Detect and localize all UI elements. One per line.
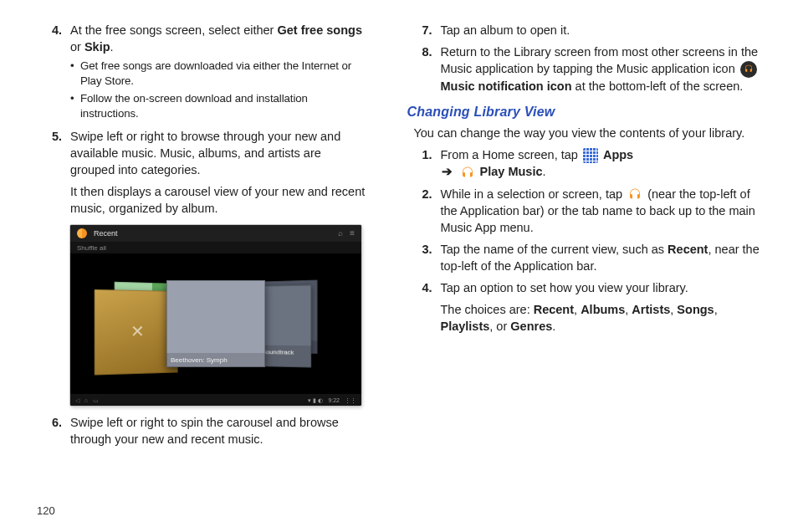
- step-number: 4.: [37, 22, 70, 123]
- step-number: 3.: [407, 241, 440, 274]
- bold: Apps: [603, 148, 633, 161]
- step-number: 2.: [407, 186, 440, 236]
- text: at the bottom-left of the screen.: [575, 79, 744, 93]
- step-number: 8.: [407, 43, 440, 95]
- text: It then displays a carousel view of your…: [70, 183, 368, 217]
- step-number: 6.: [37, 414, 70, 448]
- headphones-icon: [77, 228, 87, 238]
- clv-step-3: 3. Tap the name of the current view, suc…: [407, 241, 766, 274]
- bullet: Get free songs are downloaded via either…: [80, 59, 368, 90]
- section-heading: Changing Library View: [407, 103, 766, 121]
- album-tile-front: Beethoven: Symph: [166, 280, 265, 367]
- step-5: 5. Swipe left or right to browse through…: [37, 128, 368, 217]
- text: At the free songs screen, select either: [70, 23, 277, 37]
- music-notification-icon: [740, 61, 757, 78]
- status-icons: ▾ ▮ ◐: [308, 396, 323, 405]
- clock: 9:22: [328, 396, 340, 405]
- text: Return to the Library screen from most o…: [440, 45, 758, 75]
- step-4: 4. At the free songs screen, select eith…: [37, 22, 368, 123]
- text: While in a selection or screen, tap: [440, 187, 626, 201]
- step-7: 7. Tap an album to open it.: [407, 22, 766, 38]
- music-app-screenshot: Recent ⌕ ≡ Shuffle all ✕ Swingers Soundt…: [70, 225, 361, 406]
- step-number: 4.: [407, 279, 440, 335]
- apps-icon: [583, 148, 598, 163]
- text: Swipe left or right to browse through yo…: [70, 130, 340, 176]
- clv-step-1: 1. From a Home screen, tap Apps ➔ Play M…: [407, 146, 766, 180]
- text: or: [70, 40, 84, 54]
- clv-step-4: 4. Tap an option to set how you view you…: [407, 279, 766, 335]
- play-music-icon: [627, 187, 642, 202]
- bold: Skip: [84, 40, 110, 54]
- step-6: 6. Swipe left or right to spin the carou…: [37, 414, 368, 448]
- arrow-icon: ➔: [440, 165, 454, 178]
- text: Tap the name of the current view, such a…: [440, 243, 668, 256]
- bold: Recent: [668, 243, 708, 256]
- step-number: 1.: [407, 146, 440, 180]
- bullet: Follow the on-screen download and instal…: [80, 91, 368, 122]
- text: Swipe left or right to spin the carousel…: [70, 414, 368, 448]
- page-number: 120: [37, 504, 55, 519]
- search-icon: ⌕: [338, 228, 343, 239]
- text: Tap an album to open it.: [440, 22, 766, 38]
- bold: Play Music: [480, 165, 543, 178]
- right-column: 7. Tap an album to open it. 8. Return to…: [407, 22, 766, 453]
- play-music-icon: [460, 166, 475, 181]
- section-intro: You can change the way you view the cont…: [413, 125, 766, 141]
- shuffle-label: Shuffle all: [77, 243, 106, 253]
- bold: Get free songs: [277, 23, 362, 37]
- left-column: 4. At the free songs screen, select eith…: [37, 22, 368, 453]
- topbar-label: Recent: [94, 228, 118, 238]
- step-number: 5.: [37, 128, 70, 217]
- text: From a Home screen, tap: [440, 148, 581, 161]
- text: Tap an option to set how you view your l…: [440, 279, 766, 296]
- step-8: 8. Return to the Library screen from mos…: [407, 43, 766, 95]
- step-number: 7.: [407, 22, 440, 38]
- text: .: [110, 40, 114, 54]
- menu-icon: ≡: [350, 228, 355, 239]
- clv-step-2: 2. While in a selection or screen, tap (…: [407, 186, 766, 236]
- album-tile: ✕: [95, 289, 178, 376]
- text: The choices are:: [440, 303, 533, 316]
- bold: Music notification icon: [440, 79, 571, 93]
